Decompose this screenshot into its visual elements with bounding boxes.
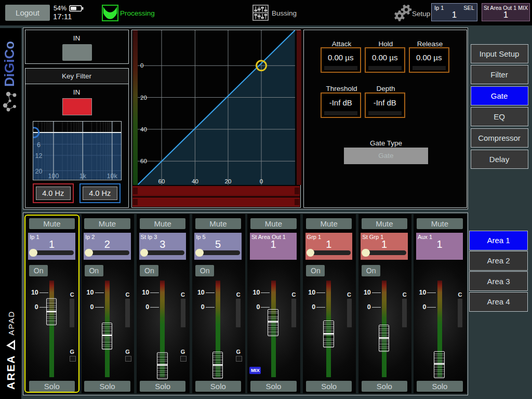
- svg-text:10k: 10k: [107, 172, 118, 180]
- svg-text:20: 20: [140, 94, 147, 100]
- svg-text:20: 20: [225, 178, 232, 184]
- svg-text:60: 60: [140, 158, 147, 164]
- svg-text:40: 40: [140, 126, 147, 132]
- svg-text:20: 20: [35, 168, 43, 175]
- svg-text:6: 6: [37, 141, 41, 149]
- svg-text:40: 40: [192, 178, 198, 184]
- svg-text:100: 100: [48, 172, 59, 180]
- svg-text:0: 0: [140, 62, 143, 69]
- svg-text:0: 0: [260, 178, 263, 184]
- svg-text:1k: 1k: [79, 172, 87, 180]
- svg-text:12: 12: [35, 152, 43, 159]
- svg-text:60: 60: [158, 178, 165, 184]
